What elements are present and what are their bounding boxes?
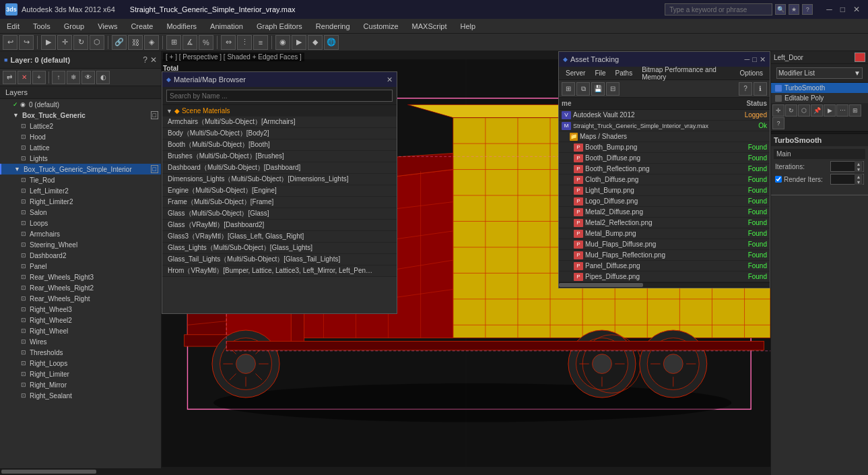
layer-item-right-loops[interactable]: ⊡ Right_Loops: [0, 358, 161, 369]
layer-item-rwr[interactable]: ⊡ Rear_Wheels_Right: [0, 293, 161, 304]
scene-materials-header[interactable]: ▼ ◆ Scene Materials: [162, 105, 397, 117]
menu-create[interactable]: Create: [124, 21, 160, 32]
minimize-button[interactable]: ─: [824, 5, 835, 14]
layer-hide-btn[interactable]: 👁: [81, 71, 95, 84]
asset-row-logo-diffuse[interactable]: P Logo_Diffuse.png Found: [559, 196, 770, 207]
layer-item-tie-rod[interactable]: ⊡ Tie_Rod: [0, 175, 161, 185]
menu-help[interactable]: Help: [454, 21, 483, 32]
tool-rotate[interactable]: ↻: [73, 35, 88, 50]
render-iters-input[interactable]: 2: [831, 176, 855, 183]
rt-rotate-btn[interactable]: ↻: [785, 104, 797, 117]
mat-armchairs[interactable]: Armchairs（Multi/Sub-Object）[Armchairs]: [162, 117, 397, 128]
tool-move[interactable]: ✛: [57, 35, 72, 50]
mat-brushes[interactable]: Brushes（Multi/Sub-Object）[Brushes]: [162, 151, 397, 162]
rt-move-btn[interactable]: ✛: [772, 104, 784, 117]
bookmark-button[interactable]: ★: [789, 4, 799, 15]
layer-item-loops[interactable]: ⊡ Loops: [0, 218, 161, 228]
rt-scale-btn[interactable]: ⬡: [798, 104, 810, 117]
modifier-turbsmooth[interactable]: TurboSmooth: [771, 83, 868, 93]
asset-row-booth-bump[interactable]: P Booth_Bump.png Found: [559, 142, 770, 153]
iterations-down[interactable]: ▼: [855, 166, 863, 172]
menu-maxscript[interactable]: MAXScript: [405, 21, 454, 32]
asset-scrollbar[interactable]: [559, 282, 770, 288]
menu-views[interactable]: Views: [91, 21, 124, 32]
asset-list[interactable]: V Autodesk Vault 2012 Logged M Straight_…: [559, 110, 770, 282]
layer-item-rw2[interactable]: ⊡ Right_Wheel2: [0, 315, 161, 325]
asset-row-metal-bump[interactable]: P Metal_Bump.png Found: [559, 228, 770, 239]
layer-item-lattice[interactable]: ⊡ Lattice: [0, 142, 161, 153]
asset-row-pipes-diffuse[interactable]: P Pipes_Diffuse.png Found: [559, 272, 770, 282]
asset-table-btn[interactable]: ⊟: [606, 82, 620, 96]
asset-expand-btn[interactable]: ⊞: [562, 82, 575, 96]
mat-frame[interactable]: Frame（Multi/Sub-Object）[Frame]: [162, 197, 397, 208]
tool-select[interactable]: ▶: [41, 35, 56, 50]
help-button[interactable]: ?: [802, 4, 813, 15]
asset-menu-server[interactable]: Server: [562, 69, 589, 77]
layer-item-default[interactable]: ✓ ◉ 0 (default): [0, 99, 161, 110]
keyword-search[interactable]: [665, 3, 772, 15]
layer-item-right-limiter[interactable]: ⊡ Right_Limiter: [0, 369, 161, 379]
layer-item-rwr2[interactable]: ⊡ Rear_Wheels_Right2: [0, 282, 161, 293]
asset-row-metal2-reflection[interactable]: P Metal2_Reflection.png Found: [559, 218, 770, 228]
tool-redo[interactable]: ↪: [19, 35, 34, 50]
mat-glass-vray[interactable]: Glass（VRayMtl）[Dashboard2]: [162, 220, 397, 231]
layer-item-hood[interactable]: ⊡ Hood: [0, 131, 161, 142]
menu-graph-editors[interactable]: Graph Editors: [250, 21, 309, 32]
menu-modifiers[interactable]: Modifiers: [160, 21, 203, 32]
asset-save-btn[interactable]: 💾: [591, 82, 605, 96]
asset-copy-btn[interactable]: ⧉: [576, 82, 590, 96]
asset-row-light-bump[interactable]: P Light_Bump.png Found: [559, 185, 770, 196]
layer-item-right-sealant[interactable]: ⊡ Right_Sealant: [0, 390, 161, 401]
tool-angle-snap[interactable]: ∡: [182, 35, 197, 50]
asset-close-btn[interactable]: ✕: [760, 55, 766, 64]
tool-undo[interactable]: ↩: [3, 35, 18, 50]
layer-render-btn[interactable]: ◐: [96, 71, 110, 84]
layer-filter-btn[interactable]: ⇄: [3, 71, 16, 84]
asset-info-btn[interactable]: ℹ: [754, 82, 767, 96]
layer-item-thresholds[interactable]: ⊡ Thresholds: [0, 347, 161, 358]
asset-menu-bitmap[interactable]: Bitmap Performance and Memory: [638, 65, 734, 82]
maximize-button[interactable]: □: [838, 5, 848, 14]
layer-add-btn[interactable]: +: [32, 71, 46, 84]
asset-menu-paths[interactable]: Paths: [611, 69, 637, 77]
render-iters-spinner[interactable]: 2 ▲ ▼: [830, 174, 864, 185]
menu-animation[interactable]: Animation: [203, 21, 250, 32]
material-list[interactable]: Armchairs（Multi/Sub-Object）[Armchairs] B…: [162, 117, 397, 277]
rt-help-btn[interactable]: ?: [772, 117, 784, 129]
layers-help-btn[interactable]: ?: [143, 55, 147, 65]
layer-item-interior[interactable]: ▼ Box_Truck_Generic_Simple_Interior □: [0, 164, 161, 175]
rt-pin-btn[interactable]: 📌: [811, 104, 823, 117]
layer-item-wires[interactable]: ⊡ Wires: [0, 336, 161, 347]
layer-item-salon[interactable]: ⊡ Salon: [0, 207, 161, 218]
tool-percent-snap[interactable]: %: [199, 35, 213, 50]
tool-render[interactable]: ▶: [292, 35, 306, 50]
asset-row-mud-reflection[interactable]: P Mud_Flaps_Reflection.png Found: [559, 250, 770, 261]
asset-menu-file[interactable]: File: [591, 69, 609, 77]
layer-item-right-mirror[interactable]: ⊡ Right_Mirror: [0, 379, 161, 390]
menu-tools[interactable]: Tools: [26, 21, 57, 32]
asset-min-btn[interactable]: ─: [745, 55, 750, 64]
material-panel-close[interactable]: ✕: [387, 75, 393, 84]
layer-item-panel[interactable]: ⊡ Panel: [0, 261, 161, 272]
tool-render-setup[interactable]: ◉: [275, 35, 290, 50]
iterations-spinner[interactable]: 0 ▲ ▼: [830, 161, 864, 172]
layer-item-rw3[interactable]: ⊡ Right_Wheel3: [0, 304, 161, 315]
mat-engine[interactable]: Engine（Multi/Sub-Object）[Engine]: [162, 185, 397, 197]
asset-row-cloth-diffuse[interactable]: P Cloth_Diffuse.png Found: [559, 175, 770, 185]
mat-body[interactable]: Body（Multi/Sub-Object）[Body2]: [162, 128, 397, 139]
close-button[interactable]: ✕: [850, 5, 863, 14]
asset-row-metal2-diffuse[interactable]: P Metal2_Diffuse.png Found: [559, 207, 770, 218]
asset-row-maxfile[interactable]: M Straight_Truck_Generic_Simple_Interior…: [559, 121, 770, 131]
menu-edit[interactable]: Edit: [0, 21, 26, 32]
mat-glass-lights[interactable]: Glass_Lights（Multi/Sub-Object）[Glass_Lig…: [162, 243, 397, 254]
tool-mirror[interactable]: ⇔: [221, 35, 236, 50]
tool-snap[interactable]: ⊞: [166, 35, 181, 50]
layer-move-btn[interactable]: ↑: [52, 71, 65, 84]
asset-help-btn[interactable]: ?: [739, 82, 752, 96]
asset-row-booth-reflection[interactable]: P Booth_Reflection.png Found: [559, 164, 770, 175]
asset-row-maps-folder[interactable]: 📁 Maps / Shaders: [559, 131, 770, 142]
menu-customize[interactable]: Customize: [357, 21, 405, 32]
search-button[interactable]: 🔍: [775, 4, 786, 15]
layer-item-lights[interactable]: ⊡ Lights: [0, 153, 161, 164]
mat-glass3[interactable]: Glass3（VRayMtl）[Glass_Left, Glass_Right]: [162, 231, 397, 243]
